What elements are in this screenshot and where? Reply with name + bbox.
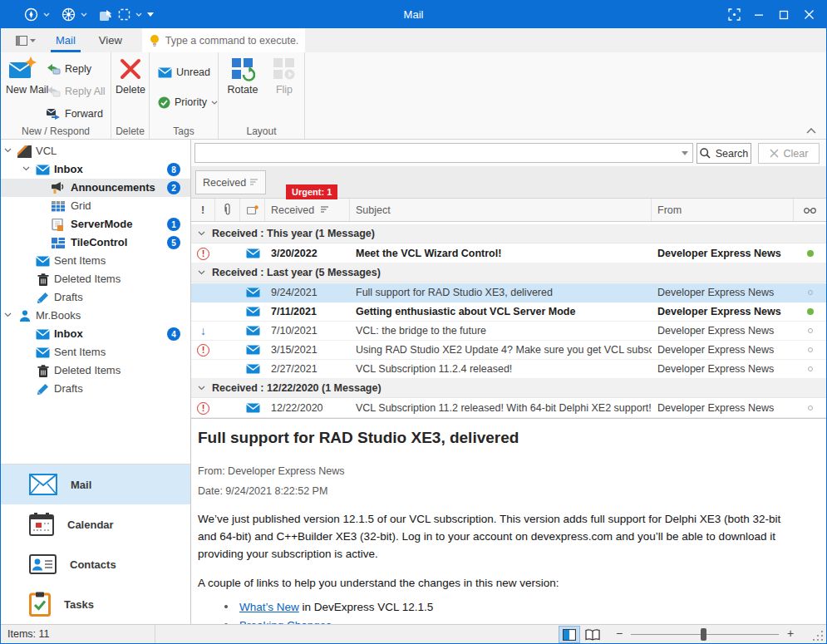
- preview-link-list: What’s New in DevExpress VCL 12.1.5 Brea…: [198, 598, 796, 626]
- clear-button[interactable]: Clear: [758, 143, 820, 164]
- tree-item-drafts-vcl[interactable]: Drafts: [1, 288, 190, 307]
- nav-item-calendar[interactable]: Calendar: [1, 504, 190, 544]
- column-flag[interactable]: [240, 199, 265, 221]
- palette-selector-icon[interactable]: [62, 7, 76, 22]
- collapse-icon[interactable]: [4, 148, 12, 153]
- column-read-state[interactable]: [794, 199, 826, 221]
- command-search-box[interactable]: [142, 28, 305, 52]
- collapse-icon[interactable]: [4, 312, 12, 317]
- collapse-icon[interactable]: [198, 270, 205, 275]
- priority-button[interactable]: Priority: [158, 92, 218, 112]
- chevron-down-icon[interactable]: [43, 12, 50, 17]
- column-received[interactable]: Received: [265, 199, 350, 221]
- tree-item-label: Announcements: [71, 181, 155, 194]
- search-input[interactable]: [195, 147, 677, 159]
- search-button[interactable]: Search: [697, 143, 751, 164]
- skin-selector-icon[interactable]: [24, 7, 38, 22]
- zoom-slider-handle[interactable]: [701, 628, 706, 641]
- tree-item-announcements[interactable]: Announcements 2: [1, 179, 190, 197]
- group-row-label: Received : This year (1 Message): [212, 228, 375, 239]
- rotate-button[interactable]: Rotate: [224, 57, 262, 96]
- combo-dropdown-icon[interactable]: [677, 151, 692, 155]
- zoom-slider[interactable]: [631, 634, 779, 635]
- message-row[interactable]: 7/11/2021 Getting enthusiastic about VCL…: [191, 302, 826, 322]
- group-by-panel: Received Urgent: 1: [191, 166, 826, 199]
- trash-icon: [36, 364, 50, 377]
- tree-item-mrbooks[interactable]: Mr.Books: [1, 307, 190, 325]
- collapse-ribbon-button[interactable]: [806, 128, 816, 134]
- collapse-icon[interactable]: [22, 166, 30, 171]
- trash-icon: [36, 273, 50, 286]
- urgent-filter-badge[interactable]: Urgent: 1: [286, 184, 337, 199]
- tree-item-sent-mrbooks[interactable]: Sent Items: [1, 343, 190, 361]
- tab-view[interactable]: View: [87, 28, 134, 52]
- lightbulb-icon: [150, 34, 160, 47]
- minimize-button[interactable]: [746, 1, 771, 28]
- app-menu-button[interactable]: [16, 36, 44, 46]
- focus-mode-button[interactable]: [721, 1, 746, 28]
- new-mail-button[interactable]: New Mail: [3, 57, 42, 96]
- tree-item-grid[interactable]: Grid: [1, 197, 190, 215]
- column-priority[interactable]: !: [191, 199, 215, 221]
- received-cell: 3/15/2021: [265, 341, 350, 359]
- message-row[interactable]: 2/27/2021 VCL Subscription 11.2.4 releas…: [191, 360, 826, 379]
- tab-mail[interactable]: Mail: [44, 28, 87, 52]
- group-by-received-button[interactable]: Received: [195, 170, 266, 194]
- tree-item-inbox-vcl[interactable]: Inbox 8: [1, 160, 190, 179]
- tree-item-servermode[interactable]: ServerMode 1: [1, 215, 190, 234]
- column-attachment[interactable]: [215, 199, 240, 221]
- group-row-this-year[interactable]: Received : This year (1 Message): [191, 224, 826, 243]
- group-row-last-year[interactable]: Received : Last year (5 Messages): [191, 263, 826, 283]
- chevron-down-icon[interactable]: [81, 12, 87, 17]
- ribbon-tab-row: Mail View: [1, 28, 826, 52]
- forward-icon: [46, 108, 61, 120]
- collapse-icon[interactable]: [198, 231, 205, 236]
- unread-button[interactable]: Unread: [158, 62, 210, 82]
- reply-button[interactable]: Reply: [46, 59, 91, 79]
- mail-icon: [29, 474, 57, 495]
- priority-icon: [158, 96, 170, 109]
- zoom-out-button[interactable]: −: [613, 627, 626, 640]
- command-input[interactable]: [165, 35, 299, 47]
- reply-all-button[interactable]: Reply All: [46, 81, 106, 101]
- nav-item-contacts[interactable]: Contacts: [1, 544, 190, 584]
- collapse-icon[interactable]: [198, 386, 205, 391]
- qat-customize-icon[interactable]: [147, 12, 154, 17]
- search-combo[interactable]: [194, 143, 693, 163]
- close-button[interactable]: [796, 1, 821, 28]
- reading-view-button[interactable]: [582, 626, 603, 643]
- selection-mode-icon[interactable]: [118, 8, 130, 21]
- touch-mode-icon[interactable]: [99, 8, 113, 22]
- tree-item-tilecontrol[interactable]: TileControl 5: [1, 234, 190, 252]
- tree-item-vcl[interactable]: VCL: [1, 142, 190, 160]
- tree-item-sent-vcl[interactable]: Sent Items: [1, 252, 190, 270]
- tree-item-deleted-mrbooks[interactable]: Deleted Items: [1, 361, 190, 380]
- column-subject[interactable]: Subject: [350, 199, 652, 221]
- tree-item-deleted-vcl[interactable]: Deleted Items: [1, 270, 190, 288]
- items-count: Items: 11: [1, 625, 155, 643]
- from-cell: Developer Express News: [652, 399, 794, 417]
- chevron-down-icon[interactable]: [135, 12, 142, 17]
- message-row[interactable]: ! 3/20/2022 Meet the VCL Wizard Control!…: [191, 244, 826, 263]
- message-row[interactable]: ! 12/22/2020 VCL Subscription 11.2 relea…: [191, 399, 826, 418]
- maximize-button[interactable]: [771, 1, 796, 28]
- zoom-in-button[interactable]: +: [784, 627, 797, 640]
- resize-grip[interactable]: [811, 629, 823, 641]
- reply-all-label: Reply All: [65, 86, 106, 97]
- reading-pane-right-button[interactable]: [559, 626, 580, 643]
- column-from[interactable]: From: [652, 199, 794, 221]
- tree-item-inbox-mrbooks[interactable]: Inbox 4: [1, 325, 190, 343]
- message-row[interactable]: ↓ 7/10/2021 VCL: the bridge to the futur…: [191, 322, 826, 341]
- message-row-selected[interactable]: 9/24/2021 Full support for RAD Studio XE…: [191, 283, 826, 302]
- nav-item-mail[interactable]: Mail: [1, 465, 190, 504]
- message-row[interactable]: ! 3/15/2021 Using RAD Studio XE2 Update …: [191, 341, 826, 360]
- tree-item-drafts-mrbooks[interactable]: Drafts: [1, 380, 190, 398]
- unread-count-badge: 2: [167, 181, 180, 194]
- tasks-icon: [29, 592, 51, 617]
- whats-new-link[interactable]: What’s New: [239, 601, 299, 613]
- delete-button[interactable]: Delete: [111, 57, 150, 96]
- nav-item-tasks[interactable]: Tasks: [1, 584, 190, 624]
- group-row-12-22-2020[interactable]: Received : 12/22/2020 (1 Message): [191, 379, 826, 398]
- forward-button[interactable]: Forward: [46, 104, 103, 124]
- flip-button[interactable]: Flip: [265, 57, 303, 96]
